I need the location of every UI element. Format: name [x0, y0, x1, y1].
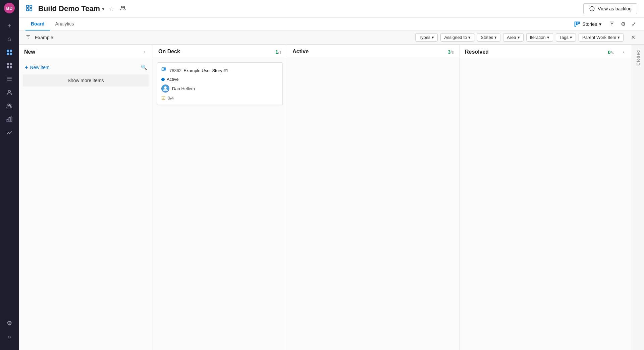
parent-work-item-chevron-icon: ▾	[618, 35, 620, 40]
topbar-right: View as backlog	[583, 3, 637, 14]
tab-analytics[interactable]: Analytics	[50, 18, 79, 31]
svg-rect-13	[11, 117, 12, 122]
filter-tab-icon[interactable]	[607, 19, 616, 29]
states-chevron-icon: ▾	[494, 35, 497, 40]
task-icon: ☑	[161, 95, 166, 101]
assignee-avatar	[161, 84, 169, 93]
column-on-deck: On Deck 1/s 78862 Example User Story #1	[153, 45, 287, 350]
svg-rect-31	[165, 68, 165, 68]
closed-label: Closed	[636, 50, 641, 65]
filterbar: Example Types ▾ Assigned to ▾ States ▾ A…	[19, 31, 644, 45]
svg-rect-32	[165, 69, 165, 69]
chart-icon[interactable]	[4, 114, 15, 125]
sidebar: BD ＋ ⌂ ☰ ⚙ »	[0, 0, 19, 350]
svg-rect-11	[7, 119, 8, 122]
card-header: 78862 Example User Story #1	[161, 67, 278, 74]
tabbar: Board Analytics Stories ▾ ⚙ ⤢	[19, 18, 644, 31]
assigned-to-filter-button[interactable]: Assigned to ▾	[440, 33, 474, 42]
new-item-button[interactable]: + New item	[23, 63, 52, 72]
favorite-icon[interactable]: ☆	[109, 6, 114, 12]
project-icon	[25, 4, 33, 13]
svg-rect-22	[577, 22, 578, 25]
board-icon[interactable]	[4, 60, 15, 71]
svg-rect-16	[26, 8, 29, 10]
avatar[interactable]: BD	[4, 3, 15, 13]
svg-point-35	[164, 86, 166, 89]
states-filter-button[interactable]: States ▾	[477, 33, 500, 42]
svg-rect-21	[575, 22, 576, 26]
svg-rect-17	[30, 8, 32, 10]
svg-rect-33	[165, 70, 165, 70]
svg-rect-1	[10, 50, 12, 52]
stories-chevron-icon: ▾	[599, 21, 601, 27]
tags-filter-button[interactable]: Tags ▾	[556, 33, 576, 42]
column-on-deck-title: On Deck	[158, 49, 180, 55]
tags-chevron-icon: ▾	[570, 35, 572, 40]
status-dot-icon	[161, 78, 165, 81]
new-item-plus-icon: +	[25, 64, 28, 70]
filter-group-label: Example	[35, 35, 53, 40]
board: New ‹ + New item 🔍 Show more items On	[19, 45, 644, 350]
column-on-deck-count: 1/s	[275, 49, 281, 55]
column-closed[interactable]: Closed	[632, 45, 644, 350]
column-resolved-body	[460, 59, 632, 350]
column-resolved-expand-icon[interactable]: ›	[621, 49, 626, 55]
tab-board[interactable]: Board	[25, 18, 50, 31]
column-new: New ‹ + New item 🔍 Show more items	[19, 45, 153, 350]
iteration-filter-button[interactable]: Iteration ▾	[526, 33, 553, 42]
settings-icon[interactable]: ⚙	[4, 318, 15, 329]
svg-point-19	[123, 6, 125, 8]
column-resolved-header: Resolved 0/s ›	[460, 45, 632, 59]
work-item-type-icon	[161, 67, 167, 74]
svg-rect-12	[9, 118, 10, 122]
column-search-icon[interactable]: 🔍	[140, 64, 149, 71]
svg-rect-7	[10, 66, 12, 68]
people-icon[interactable]	[120, 5, 126, 13]
status-text: Active	[167, 77, 178, 82]
svg-rect-2	[7, 53, 9, 55]
column-new-title: New	[24, 49, 35, 55]
stories-button[interactable]: Stories ▾	[572, 20, 604, 28]
title-chevron-icon[interactable]: ▾	[102, 6, 104, 11]
column-resolved-title: Resolved	[465, 49, 489, 55]
column-on-deck-body: 78862 Example User Story #1 Active Dan H…	[153, 58, 287, 350]
column-new-header: New ‹	[19, 45, 153, 59]
svg-rect-4	[7, 63, 9, 65]
person-icon[interactable]	[4, 87, 15, 98]
card-work-item-id: 78862	[169, 68, 181, 73]
svg-point-10	[9, 104, 11, 106]
assigned-to-chevron-icon: ▾	[468, 35, 471, 40]
types-filter-button[interactable]: Types ▾	[415, 33, 438, 42]
settings-tab-icon[interactable]: ⚙	[620, 19, 627, 28]
page-title[interactable]: Build Demo Team ▾	[38, 4, 104, 13]
types-chevron-icon: ▾	[432, 35, 434, 40]
tab-right-actions: Stories ▾ ⚙ ⤢	[572, 19, 637, 29]
svg-rect-30	[162, 68, 164, 71]
svg-rect-15	[30, 5, 32, 7]
menu-icon[interactable]: ☰	[4, 74, 15, 84]
column-new-body: + New item 🔍 Show more items	[19, 59, 153, 350]
card-tasks: ☑ 0/4	[161, 95, 278, 101]
filter-close-icon[interactable]: ✕	[629, 34, 637, 41]
fullscreen-icon[interactable]: ⤢	[630, 19, 637, 28]
add-icon[interactable]: ＋	[4, 20, 15, 31]
column-active-title: Active	[292, 49, 309, 55]
board-active-icon[interactable]	[4, 47, 15, 58]
parent-work-item-filter-button[interactable]: Parent Work Item ▾	[579, 33, 624, 42]
team-icon[interactable]	[4, 101, 15, 111]
svg-rect-14	[26, 5, 29, 7]
filter-icon	[25, 34, 31, 41]
iteration-chevron-icon: ▾	[547, 35, 549, 40]
card-78862[interactable]: 78862 Example User Story #1 Active Dan H…	[157, 62, 283, 105]
view-backlog-button[interactable]: View as backlog	[583, 3, 637, 14]
main-content: Build Demo Team ▾ ☆ View as backlog Boar…	[19, 0, 644, 350]
expand-sidebar-icon[interactable]: »	[4, 331, 15, 342]
show-more-button[interactable]: Show more items	[23, 74, 149, 86]
column-new-collapse-icon[interactable]: ‹	[142, 49, 147, 55]
card-status: Active	[161, 77, 278, 82]
area-filter-button[interactable]: Area ▾	[503, 33, 523, 42]
svg-rect-0	[7, 50, 9, 52]
analytics-icon[interactable]	[4, 127, 15, 138]
home-icon[interactable]: ⌂	[4, 34, 15, 44]
svg-rect-5	[10, 63, 12, 65]
